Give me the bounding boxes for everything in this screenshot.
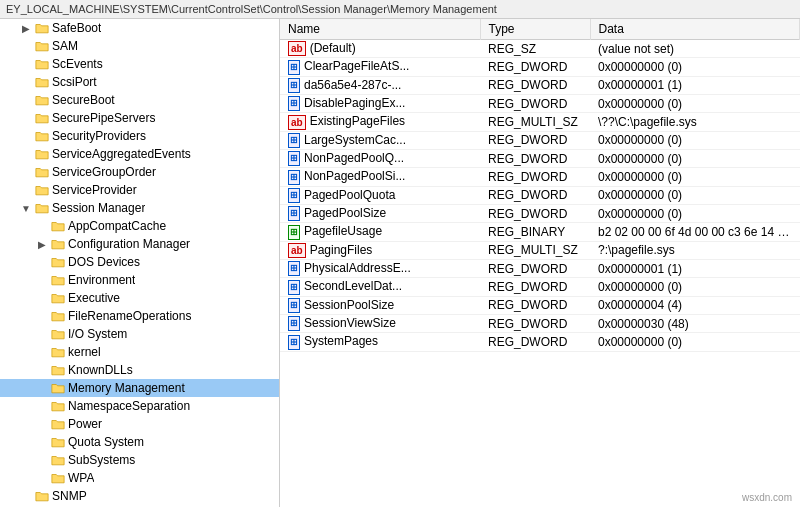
path-text: EY_LOCAL_MACHINE\SYSTEM\CurrentControlSe… [6,3,497,15]
tree-item-safeboot[interactable]: ▶ SafeBoot [0,19,279,37]
tree-item-kernel[interactable]: ▶ kernel [0,343,279,361]
folder-icon-environment [50,272,66,288]
reg-icon-dword: ⊞ [288,188,300,203]
cell-data-5: 0x00000000 (0) [590,131,800,149]
table-row[interactable]: ⊞SessionPoolSizeREG_DWORD0x00000004 (4) [280,296,800,314]
cell-data-1: 0x00000000 (0) [590,58,800,76]
tree-item-configurationmanager[interactable]: ▶ Configuration Manager [0,235,279,253]
tree-item-securityproviders[interactable]: ▶ SecurityProviders [0,127,279,145]
reg-icon-dword: ⊞ [288,316,300,331]
tree-item-power[interactable]: ▶ Power [0,415,279,433]
title-bar: EY_LOCAL_MACHINE\SYSTEM\CurrentControlSe… [0,0,800,19]
tree-label-scsiport: ScsiPort [52,75,97,89]
table-row[interactable]: ⊞SessionViewSizeREG_DWORD0x00000030 (48) [280,314,800,332]
tree-item-filerenameoperations[interactable]: ▶ FileRenameOperations [0,307,279,325]
cell-type-13: REG_DWORD [480,278,590,296]
tree-item-servicegrouporder[interactable]: ▶ ServiceGroupOrder [0,163,279,181]
tree-label-snmp: SNMP [52,489,87,503]
tree-label-filerenameoperations: FileRenameOperations [68,309,191,323]
reg-icon-dword: ⊞ [288,133,300,148]
table-row[interactable]: ⊞SecondLevelDat...REG_DWORD0x00000000 (0… [280,278,800,296]
tree-label-dosdevices: DOS Devices [68,255,140,269]
cell-name-2: ⊞da56a5e4-287c-... [280,76,480,94]
tree-item-secureboot[interactable]: ▶ SecureBoot [0,91,279,109]
folder-icon-sam [34,38,50,54]
cell-name-14: ⊞SessionPoolSize [280,296,480,314]
col-header-name[interactable]: Name [280,19,480,40]
table-row[interactable]: ⊞PagedPoolSizeREG_DWORD0x00000000 (0) [280,204,800,222]
cell-type-9: REG_DWORD [480,204,590,222]
table-row[interactable]: ⊞NonPagedPoolSi...REG_DWORD0x00000000 (0… [280,168,800,186]
tree-item-quotasystem[interactable]: ▶ Quota System [0,433,279,451]
tree-panel[interactable]: ▶ SafeBoot▶ SAM▶ ScEvents▶ ScsiPort▶ Sec… [0,19,280,507]
table-row[interactable]: ⊞da56a5e4-287c-...REG_DWORD0x00000001 (1… [280,76,800,94]
tree-toggle-configurationmanager[interactable]: ▶ [34,236,50,252]
cell-type-6: REG_DWORD [480,149,590,167]
tree-item-environment[interactable]: ▶ Environment [0,271,279,289]
table-header-row: Name Type Data [280,19,800,40]
cell-type-0: REG_SZ [480,40,590,58]
cell-data-2: 0x00000001 (1) [590,76,800,94]
tree-label-appcompatcache: AppCompatCache [68,219,166,233]
tree-item-sam[interactable]: ▶ SAM [0,37,279,55]
table-row[interactable]: ⊞ClearPageFileAtS...REG_DWORD0x00000000 … [280,58,800,76]
folder-icon-safeboot [34,20,50,36]
cell-type-1: REG_DWORD [480,58,590,76]
folder-icon-appcompatcache [50,218,66,234]
table-row[interactable]: abPagingFilesREG_MULTI_SZ?:\pagefile.sys [280,241,800,259]
cell-name-15: ⊞SessionViewSize [280,314,480,332]
folder-icon-secureboot [34,92,50,108]
table-row[interactable]: ⊞PagedPoolQuotaREG_DWORD0x00000000 (0) [280,186,800,204]
table-row[interactable]: ⊞DisablePagingEx...REG_DWORD0x00000000 (… [280,94,800,112]
cell-name-6: ⊞NonPagedPoolQ... [280,149,480,167]
reg-icon-dword: ⊞ [288,280,300,295]
cell-data-10: b2 02 00 00 6f 4d 00 00 c3 6e 14 00 61 b… [590,223,800,241]
tree-item-iosystem[interactable]: ▶ I/O System [0,325,279,343]
folder-icon-securepipeservers [34,110,50,126]
tree-toggle-safeboot[interactable]: ▶ [18,20,34,36]
tree-item-scsiport[interactable]: ▶ ScsiPort [0,73,279,91]
folder-icon-iosystem [50,326,66,342]
table-row[interactable]: ⊞NonPagedPoolQ...REG_DWORD0x00000000 (0) [280,149,800,167]
tree-item-snmp[interactable]: ▶ SNMP [0,487,279,505]
tree-label-safeboot: SafeBoot [52,21,101,35]
tree-toggle-sessionmanager[interactable]: ▼ [18,200,34,216]
col-header-data[interactable]: Data [590,19,800,40]
tree-item-subsystems[interactable]: ▶ SubSystems [0,451,279,469]
cell-name-16: ⊞SystemPages [280,333,480,351]
tree-item-executive[interactable]: ▶ Executive [0,289,279,307]
reg-icon-dword: ⊞ [288,261,300,276]
cell-data-4: \??\C:\pagefile.sys [590,113,800,131]
tree-label-sam: SAM [52,39,78,53]
tree-item-serviceaggregatedevents[interactable]: ▶ ServiceAggregatedEvents [0,145,279,163]
col-header-type[interactable]: Type [480,19,590,40]
tree-item-knowndlls[interactable]: ▶ KnownDLLs [0,361,279,379]
tree-item-dosdevices[interactable]: ▶ DOS Devices [0,253,279,271]
tree-label-environment: Environment [68,273,135,287]
table-row[interactable]: ⊞SystemPagesREG_DWORD0x00000000 (0) [280,333,800,351]
table-row[interactable]: ⊞LargeSystemCac...REG_DWORD0x00000000 (0… [280,131,800,149]
tree-label-secureboot: SecureBoot [52,93,115,107]
tree-item-memorymanagement[interactable]: ▶ Memory Management [0,379,279,397]
tree-item-securepipeservers[interactable]: ▶ SecurePipeServers [0,109,279,127]
table-row[interactable]: ⊞PhysicalAddressE...REG_DWORD0x00000001 … [280,259,800,277]
folder-icon-snmp [34,488,50,504]
table-panel[interactable]: Name Type Data ab(Default)REG_SZ(value n… [280,19,800,507]
folder-icon-executive [50,290,66,306]
tree-label-quotasystem: Quota System [68,435,144,449]
table-row[interactable]: abExistingPageFilesREG_MULTI_SZ\??\C:\pa… [280,113,800,131]
tree-item-appcompatcache[interactable]: ▶ AppCompatCache [0,217,279,235]
tree-item-wpa[interactable]: ▶ WPA [0,469,279,487]
reg-icon-ab: ab [288,41,306,56]
table-row[interactable]: ab(Default)REG_SZ(value not set) [280,40,800,58]
cell-name-1: ⊞ClearPageFileAtS... [280,58,480,76]
tree-item-namespaceseparation[interactable]: ▶ NamespaceSeparation [0,397,279,415]
reg-icon-dword: ⊞ [288,206,300,221]
cell-name-4: abExistingPageFiles [280,113,480,131]
cell-data-15: 0x00000030 (48) [590,314,800,332]
tree-item-sessionmanager[interactable]: ▼ Session Manager [0,199,279,217]
tree-item-serviceprovider[interactable]: ▶ ServiceProvider [0,181,279,199]
table-row[interactable]: ⊞PagefileUsageREG_BINARYb2 02 00 00 6f 4… [280,223,800,241]
tree-item-scevents[interactable]: ▶ ScEvents [0,55,279,73]
folder-icon-memorymanagement [50,380,66,396]
